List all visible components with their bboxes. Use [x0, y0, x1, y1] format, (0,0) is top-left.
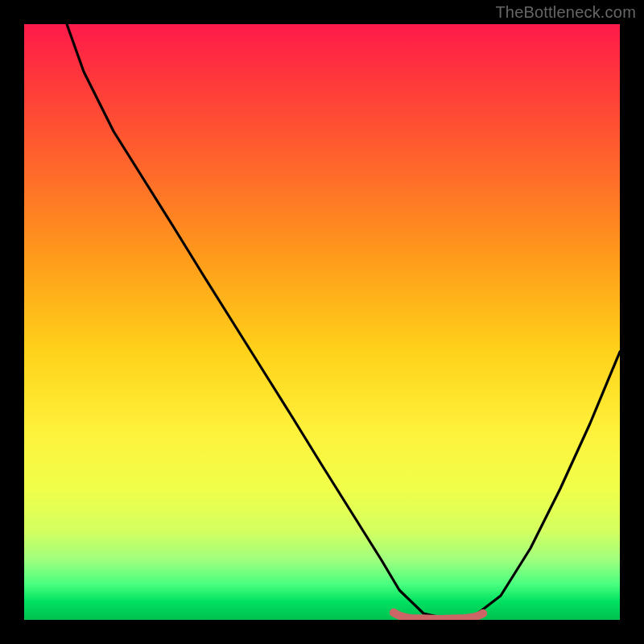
optimal-range-marker — [394, 613, 483, 619]
bottleneck-curve — [67, 24, 620, 618]
watermark-label: TheBottleneck.com — [495, 3, 636, 22]
plot-area — [24, 24, 620, 620]
marker-dot-left — [390, 609, 398, 617]
chart-root: { "watermark": "TheBottleneck.com", "cha… — [0, 0, 644, 644]
marker-dot-right — [479, 609, 487, 617]
curve-layer — [24, 24, 620, 620]
